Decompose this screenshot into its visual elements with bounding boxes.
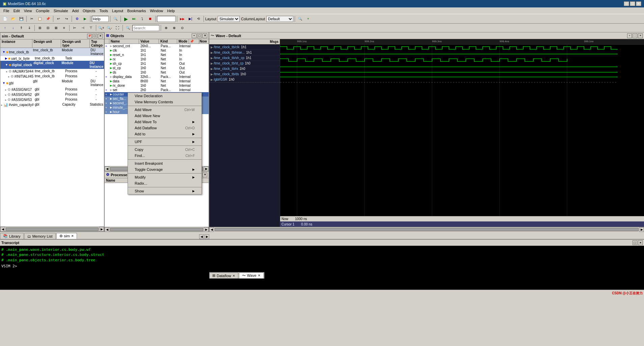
- cursor-btn1[interactable]: ⊢: [71, 25, 78, 31]
- ctx-copy[interactable]: Copy Ctrl+C: [128, 147, 202, 153]
- step-over-btn[interactable]: ⤵: [138, 16, 146, 22]
- obj-scroll-right[interactable]: ▶: [204, 166, 209, 171]
- objects-float-btn[interactable]: ⬚: [197, 33, 202, 38]
- obj-scroll-left[interactable]: ◀: [105, 166, 109, 171]
- ctx-show[interactable]: Show ▶: [128, 188, 202, 194]
- restart-btn[interactable]: ⟲: [195, 16, 202, 22]
- table-row[interactable]: ▶ rx 1h0 Net In: [105, 57, 209, 61]
- tab-memory-list[interactable]: 🗂 Memory List: [24, 233, 56, 239]
- signal-row[interactable]: ▶ /gbl/GSR 1h0: [209, 77, 280, 82]
- menu-view[interactable]: View: [22, 8, 34, 14]
- tab-sim[interactable]: ⚙ sim ✕: [56, 233, 77, 239]
- wave-scroll-thumb[interactable]: [215, 228, 639, 231]
- proc-scroll-left[interactable]: ◀: [105, 227, 109, 232]
- cut-btn[interactable]: ✂: [28, 16, 35, 22]
- panel-pin-btn[interactable]: 📌: [87, 34, 92, 38]
- ctx-add-wave[interactable]: Add Wave Ctrl+W: [128, 107, 202, 113]
- table-row[interactable]: + ▶ display_data 32h0... Pack... Interna…: [105, 75, 209, 79]
- table-row[interactable]: ▶ reset_n 1h1 Net In: [105, 53, 209, 57]
- table-row[interactable]: + ▶ set 2h0 Pack... Internal: [105, 88, 209, 92]
- search-input-btn[interactable]: 🔍: [124, 25, 132, 31]
- wave-scroll-right[interactable]: ▶: [639, 227, 644, 232]
- misc-btn2[interactable]: ⊗: [170, 25, 178, 31]
- menu-objects[interactable]: Objects: [81, 8, 97, 14]
- help-input[interactable]: [92, 16, 109, 22]
- layout-select[interactable]: Simulate: [218, 16, 240, 22]
- minimize-btn[interactable]: ─: [624, 1, 629, 6]
- tab-scroll-right[interactable]: ▶: [205, 234, 209, 239]
- objects-pin-btn[interactable]: +: [192, 33, 196, 38]
- undo-btn[interactable]: ↩: [55, 16, 62, 22]
- wave-zoom-btn[interactable]: 🔍: [296, 16, 304, 22]
- break-btn[interactable]: ⏹: [146, 16, 154, 22]
- table-row[interactable]: ▼ ■ digital_clock digital_clock Module D…: [0, 61, 104, 69]
- table-row[interactable]: ▸ ⚙ #ALWAYS#44 tme_clock_tb Process -: [0, 69, 104, 74]
- menu-help[interactable]: Help: [165, 8, 177, 14]
- compile-btn[interactable]: ⚙: [73, 16, 81, 22]
- wave-pin-btn[interactable]: +: [627, 33, 632, 38]
- ctx-view-memory[interactable]: View Memory Contents: [128, 99, 202, 105]
- signal-btn4[interactable]: ⇓: [26, 25, 33, 31]
- ctx-insert-breakpoint[interactable]: Insert Breakpoint: [128, 160, 202, 166]
- signal-row[interactable]: ▶ /tme_clock_tb/clk 1h1: [209, 45, 280, 50]
- run-time-btn[interactable]: ▶|: [187, 16, 194, 22]
- proc-scrollbar[interactable]: ◀ ▶: [105, 227, 209, 232]
- wave-scroll-left[interactable]: ◀: [209, 227, 214, 232]
- save-btn[interactable]: 💾: [18, 16, 25, 22]
- waveform-area[interactable]: [280, 45, 644, 216]
- paste-btn[interactable]: 📌: [44, 16, 52, 22]
- instance-scrollbar[interactable]: ◀ ▶: [0, 227, 104, 231]
- ctx-toggle-coverage[interactable]: Toggle Coverage ▶: [128, 166, 202, 172]
- signal-row[interactable]: ▶ /tme_clock_tb/rx 1h0: [209, 66, 280, 72]
- menu-compile[interactable]: Compile: [34, 8, 51, 14]
- scroll-right-btn[interactable]: ▶: [99, 227, 104, 232]
- run-btn[interactable]: ▶: [122, 16, 130, 22]
- open-btn[interactable]: 📂: [9, 16, 17, 22]
- close-btn[interactable]: ✕: [636, 1, 641, 6]
- tab-scroll-left[interactable]: ◀: [199, 234, 204, 239]
- table-row[interactable]: ▶ ■ uart_tx_byte tme_clock_tb Task: [0, 56, 104, 61]
- search-btn[interactable]: 🔍: [112, 16, 119, 22]
- table-row[interactable]: + ▶ second_cnt 26h0... Para... Internal: [105, 44, 209, 48]
- tab-wave-close[interactable]: ✕: [258, 274, 261, 277]
- table-row[interactable]: ▸ ⚙ #ASSIGN#52 gbl Process -: [0, 92, 104, 97]
- objects-close-btn[interactable]: ✕: [203, 33, 207, 38]
- transcript-float-btn[interactable]: ⬚: [633, 240, 637, 245]
- ctx-view-declaration[interactable]: View Declaration: [128, 93, 202, 99]
- menu-window[interactable]: Window: [148, 8, 165, 14]
- signal-btn1[interactable]: ↑: [1, 25, 9, 31]
- ctx-upf[interactable]: UPF ▶: [128, 139, 202, 145]
- table-row[interactable]: ▸ ⚙ #ASSIGN#17 gbl Process -: [0, 87, 104, 92]
- columnlayout-select[interactable]: Default: [266, 16, 293, 22]
- cursor-btn3[interactable]: ⊤: [87, 25, 95, 31]
- tab-dataflow[interactable]: ⊞ Dataflow ✕: [209, 272, 238, 278]
- transcript-body[interactable]: # .main_pane.wave.interior.cs.body.pw.wf…: [0, 246, 644, 290]
- ctx-add-wave-new[interactable]: Add Wave New: [128, 113, 202, 119]
- new-btn[interactable]: 📄: [1, 16, 9, 22]
- ctx-add-dataflow[interactable]: Add Dataflow Ctrl+D: [128, 125, 202, 131]
- maximize-btn[interactable]: □: [630, 1, 635, 6]
- proc-scroll-thumb[interactable]: [110, 228, 203, 231]
- tab-wave[interactable]: 〜 Wave ✕: [239, 272, 264, 278]
- transcript-close-btn[interactable]: ✕: [638, 240, 643, 245]
- table-row[interactable]: ▶ data 8h00 Net Internal: [105, 79, 209, 83]
- wave-scrollbar[interactable]: ◀ ▶: [209, 227, 644, 232]
- copy-btn[interactable]: 📋: [36, 16, 44, 22]
- scroll-left-btn[interactable]: ◀: [0, 227, 5, 232]
- signal-row[interactable]: ▶ /tme_clock_tb/ds 1h0: [209, 72, 280, 77]
- table-row[interactable]: ▶ clk 1h1 Net In: [105, 48, 209, 53]
- tab-sim-close[interactable]: ✕: [71, 234, 74, 238]
- cursor-btn2[interactable]: ⊣: [79, 25, 86, 31]
- panel-close-btn[interactable]: ✕: [98, 34, 103, 38]
- run-all-btn[interactable]: ▶▶: [179, 16, 186, 22]
- table-row[interactable]: ▶ sh_cp 1h1 Net Out: [105, 61, 209, 66]
- table-row[interactable]: ▶ ds 1h0 Net Out: [105, 70, 209, 75]
- table-row[interactable]: ▸ ⚙ #ASSIGN#53 gbl Process -: [0, 97, 104, 102]
- ctx-find[interactable]: Find... Ctrl+F: [128, 153, 202, 159]
- wave-add-btn[interactable]: +: [304, 16, 312, 22]
- wave-close-btn[interactable]: ✕: [638, 33, 643, 38]
- search-input[interactable]: [132, 25, 159, 31]
- signal-row[interactable]: ▶ /tme_clock_tb/sh_cp 1h1: [209, 55, 280, 61]
- time-input[interactable]: 100 ps: [157, 16, 176, 22]
- table-row[interactable]: ▼ ■ tme_clock_tb tme_clock_tb Module DU …: [0, 48, 104, 56]
